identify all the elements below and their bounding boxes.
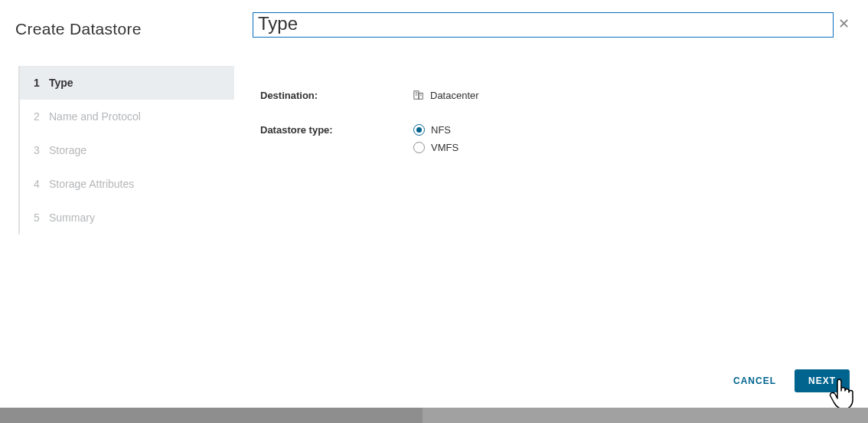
step-label: Name and Protocol: [49, 110, 234, 123]
next-button[interactable]: NEXT: [795, 369, 850, 392]
radio-label: VMFS: [431, 142, 458, 153]
destination-text: Datacenter: [430, 90, 479, 101]
step-summary[interactable]: 5 Summary: [20, 201, 234, 234]
wizard-dialog: Create Datastore 1 Type 2 Name and Proto…: [0, 0, 868, 408]
wizard-sidebar: Create Datastore 1 Type 2 Name and Proto…: [0, 0, 234, 408]
svg-rect-1: [419, 93, 423, 100]
close-icon[interactable]: ✕: [834, 12, 850, 32]
radio-icon: [413, 142, 425, 153]
bottom-bar: [0, 408, 868, 423]
wizard-footer: CANCEL NEXT: [730, 369, 850, 392]
step-label: Type: [49, 77, 234, 89]
datastore-type-label: Datastore type:: [260, 124, 413, 153]
step-name-protocol[interactable]: 2 Name and Protocol: [20, 100, 234, 133]
step-number: 4: [34, 178, 49, 190]
step-label: Summary: [49, 212, 234, 224]
radio-label: NFS: [431, 124, 451, 136]
step-number: 3: [34, 144, 49, 156]
step-number: 1: [34, 77, 49, 89]
main-header: Type ✕: [253, 12, 850, 38]
destination-row: Destination: Datacenter: [260, 90, 850, 101]
radio-nfs[interactable]: NFS: [413, 124, 850, 136]
step-label: Storage Attributes: [49, 178, 234, 190]
datacenter-icon: [413, 90, 424, 100]
step-number: 2: [34, 110, 49, 123]
datastore-type-row: Datastore type: NFS VMFS: [260, 124, 850, 153]
radio-icon: [413, 124, 425, 136]
step-type[interactable]: 1 Type: [20, 66, 234, 100]
cancel-button[interactable]: CANCEL: [730, 369, 779, 392]
step-label: Storage: [49, 144, 234, 156]
step-storage-attributes[interactable]: 4 Storage Attributes: [20, 167, 234, 201]
step-storage[interactable]: 3 Storage: [20, 133, 234, 167]
step-number: 5: [34, 212, 49, 224]
wizard-title: Create Datastore: [15, 20, 234, 38]
form-area: Destination: Datacenter Datastore ty: [253, 38, 850, 153]
wizard-main: Type ✕ Destination: Datacenter: [234, 0, 868, 408]
wizard-steps: 1 Type 2 Name and Protocol 3 Storage 4 S…: [18, 66, 234, 234]
datastore-type-options: NFS VMFS: [413, 124, 850, 153]
destination-value: Datacenter: [413, 90, 850, 101]
step-title: Type: [253, 12, 834, 38]
destination-label: Destination:: [260, 90, 413, 101]
radio-vmfs[interactable]: VMFS: [413, 142, 850, 153]
